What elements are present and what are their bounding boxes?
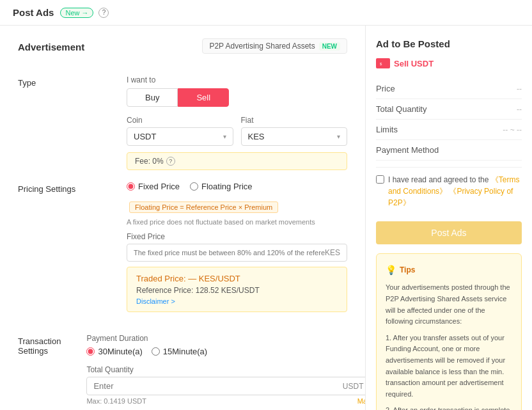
floating-price-label: Floating Price — [201, 182, 252, 191]
qty-input-wrapper: USDT — [86, 377, 366, 395]
fiat-group: Fiat KES ▾ — [241, 116, 348, 146]
coin-arrow-icon: ▾ — [223, 133, 226, 140]
fiat-label: Fiat — [241, 116, 348, 125]
limits-row: Limits -- ~ -- — [376, 120, 522, 140]
tx-settings-label: Transaction Settings — [18, 334, 61, 410]
floating-price-radio[interactable] — [190, 182, 198, 191]
top-bar: Post Ads New → ? — [0, 0, 532, 26]
price-label: Price — [376, 84, 395, 93]
limits-value: -- ~ -- — [503, 125, 522, 134]
payment-duration-label: Payment Duration — [86, 334, 366, 343]
fee-help-icon[interactable]: ? — [166, 157, 175, 166]
main-layout: Advertisement P2P Advertising Shared Ass… — [0, 26, 532, 410]
i-want-label: I want to — [127, 75, 347, 84]
fixed-price-suffix: KES — [325, 248, 340, 257]
pricing-radio-group: Fixed Price Floating Price Floating Pric… — [127, 182, 347, 213]
duration-15-radio[interactable] — [152, 347, 160, 356]
post-ads-button[interactable]: Post Ads — [376, 221, 522, 244]
coin-group: Coin USDT ▾ — [127, 116, 233, 146]
pricing-label: Pricing Settings — [18, 182, 101, 322]
right-panel: Ad to Be Posted $ Sell USDT Price -- Tot… — [366, 26, 532, 410]
traded-price-box: Traded Price: — KES/USDT Reference Price… — [127, 267, 347, 312]
qty-suffix: USDT — [343, 382, 364, 391]
qty-max-hint: Max: 0.1419 USDT — [86, 397, 146, 405]
fiat-value: KES — [248, 132, 265, 141]
duration-30-option[interactable]: 30Minute(a) — [86, 347, 142, 356]
reference-price: Reference Price: 128.52 KES/USDT — [136, 286, 338, 295]
total-qty-label: Total Quantity — [86, 365, 366, 374]
fixed-price-field-label: Fixed Price — [127, 232, 347, 241]
fixed-price-radio[interactable] — [127, 182, 135, 191]
page-title: Post Ads — [13, 7, 54, 18]
fiat-select[interactable]: KES ▾ — [241, 127, 348, 146]
tx-settings-content: Payment Duration 30Minute(a) 15Minute(a)… — [86, 334, 366, 410]
tips-box: 💡 Tips Your advertisements posted throug… — [376, 253, 522, 410]
tips-icon: 💡 — [386, 263, 396, 277]
terms-checkbox[interactable] — [376, 175, 384, 184]
type-buttons: Buy Sell — [127, 88, 347, 107]
coin-label: Coin — [127, 116, 233, 125]
total-qty-value: -- — [517, 105, 522, 114]
floating-formula-badge: Floating Price = Reference Price × Premi… — [129, 201, 278, 213]
right-title: Ad to Be Posted — [376, 38, 522, 49]
terms-row: I have read and agreed to the 《Terms and… — [376, 174, 522, 209]
qty-max-link[interactable]: Max — [357, 397, 366, 405]
fixed-price-label: Fixed Price — [138, 182, 180, 191]
tips-p1: Your advertisements posted through the P… — [386, 282, 512, 327]
sell-usdt-text: Sell USDT — [394, 59, 434, 68]
duration-options: 30Minute(a) 15Minute(a) — [86, 347, 366, 356]
coin-value: USDT — [134, 132, 156, 141]
fiat-arrow-icon: ▾ — [337, 133, 340, 140]
fee-box: Fee: 0% ? — [127, 152, 347, 170]
price-value: -- — [517, 84, 522, 93]
left-panel: Advertisement P2P Advertising Shared Ass… — [0, 26, 366, 410]
coin-fiat-row: Coin USDT ▾ Fiat KES ▾ — [127, 116, 347, 146]
shared-assets-label: P2P Advertising Shared Assets — [209, 42, 315, 51]
type-content: I want to Buy Sell Coin USDT ▾ Fiat — [127, 75, 347, 170]
pricing-content: Fixed Price Floating Price Floating Pric… — [127, 182, 347, 322]
help-icon[interactable]: ? — [98, 8, 109, 18]
fixed-price-option[interactable]: Fixed Price — [127, 182, 180, 191]
tx-settings-section: Transaction Settings Payment Duration 30… — [18, 334, 347, 410]
tips-content: Your advertisements posted through the P… — [386, 282, 512, 410]
duration-30-radio[interactable] — [86, 347, 95, 356]
tips-p3: 2. After an order transaction is complet… — [386, 405, 512, 410]
total-qty-label-r: Total Quantity — [376, 104, 427, 114]
payment-method-label: Payment Method — [376, 145, 439, 155]
terms-text: I have read and agreed to the 《Terms and… — [388, 174, 522, 209]
new-arrow: → — [81, 9, 88, 17]
new-label: New — [65, 9, 79, 17]
sell-icon: $ — [376, 58, 390, 68]
duration-15-option[interactable]: 15Minute(a) — [152, 347, 207, 356]
coin-select[interactable]: USDT ▾ — [127, 127, 233, 146]
divider — [376, 167, 522, 168]
sell-usdt-badge: $ Sell USDT — [376, 58, 522, 68]
tips-p2: 1. After you transfer assets out of your… — [386, 333, 512, 400]
pricing-desc: A fixed price does not fluctuate based o… — [127, 218, 347, 226]
new-badge[interactable]: New → — [60, 8, 93, 18]
advertisement-title: Advertisement — [18, 42, 84, 52]
shared-assets-new-badge: NEW — [319, 42, 340, 51]
terms-prefix: I have read and agreed to the — [388, 175, 489, 184]
floating-price-option[interactable]: Floating Price — [190, 182, 252, 191]
qty-input[interactable] — [93, 381, 342, 391]
payment-method-row: Payment Method — [376, 140, 522, 161]
disclaimer-link[interactable]: Disclaimer > — [136, 297, 338, 305]
tips-title-text: Tips — [400, 264, 415, 276]
duration-30-label: 30Minute(a) — [98, 347, 142, 356]
fixed-price-input[interactable] — [134, 249, 325, 256]
fixed-price-input-wrapper: KES — [127, 244, 347, 262]
fee-label: Fee: 0% — [135, 157, 164, 166]
type-label: Type — [18, 75, 101, 170]
duration-15-label: 15Minute(a) — [163, 347, 207, 356]
sell-button[interactable]: Sell — [178, 88, 229, 107]
total-qty-row: Total Quantity -- — [376, 99, 522, 120]
price-row: Price -- — [376, 79, 522, 99]
limits-label: Limits — [376, 125, 398, 134]
tips-title: 💡 Tips — [386, 263, 512, 277]
shared-assets-badge: P2P Advertising Shared Assets NEW — [202, 38, 347, 54]
type-section: Type I want to Buy Sell Coin USDT ▾ — [18, 75, 347, 170]
traded-price-main: Traded Price: — KES/USDT — [136, 274, 338, 283]
buy-button[interactable]: Buy — [127, 88, 178, 107]
pricing-section: Pricing Settings Fixed Price Floating Pr… — [18, 182, 347, 322]
